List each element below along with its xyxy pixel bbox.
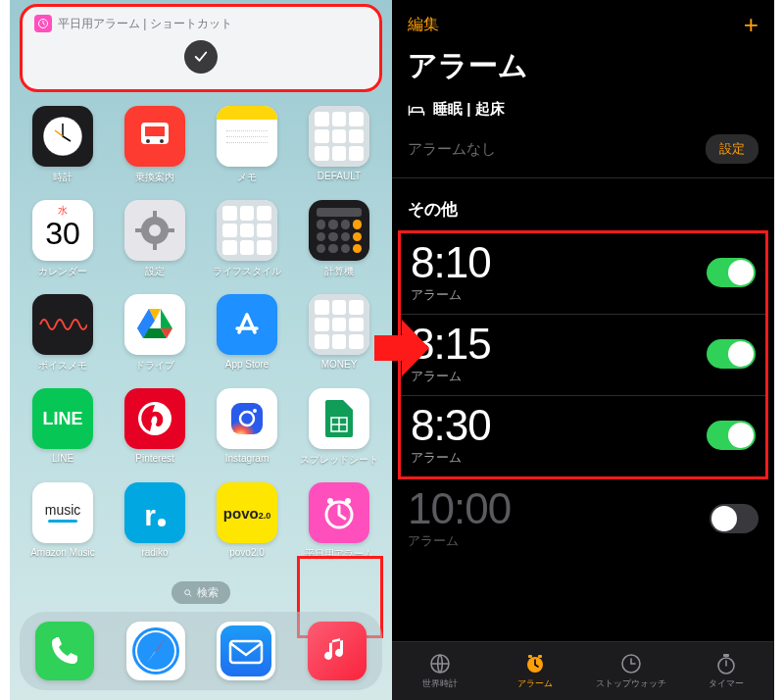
alarm-row[interactable]: 8:30アラーム (401, 396, 765, 476)
add-alarm-button[interactable]: + (744, 10, 759, 40)
arrow-icon (372, 314, 431, 382)
alarm-row[interactable]: 10:00 アラーム (392, 479, 774, 560)
alarm-toggle[interactable] (710, 504, 759, 533)
sleep-section-header: 睡眠 | 起床 (392, 100, 774, 126)
check-icon (184, 40, 218, 74)
svg-rect-27 (220, 625, 271, 676)
alarm-toggle[interactable] (707, 339, 756, 369)
homescreen: 平日用アラーム | ショートカット メッセージ tenki.jp カメラ 写真 … (10, 0, 392, 700)
app-Instagram[interactable]: Instagram (208, 388, 286, 478)
alarm-time: 8:10 (411, 241, 491, 284)
svg-rect-10 (153, 242, 157, 250)
other-section-header: その他 (392, 178, 774, 230)
shortcut-app-icon (34, 15, 52, 32)
svg-point-6 (160, 139, 164, 143)
app-カレンダー[interactable]: 水30カレンダー (24, 200, 102, 290)
alarm-time: 10:00 (408, 487, 511, 530)
app-DEFAULT[interactable]: DEFAULT (300, 106, 378, 196)
search-icon (183, 588, 193, 598)
alarm-toggle[interactable] (707, 421, 756, 450)
svg-rect-11 (135, 228, 143, 232)
app-メモ[interactable]: メモ (208, 106, 286, 196)
app-ドライブ[interactable]: ドライブ (116, 294, 194, 384)
app-ボイスメモ[interactable]: ボイスメモ (24, 294, 102, 384)
svg-rect-9 (153, 211, 157, 219)
svg-point-8 (149, 225, 161, 236)
dock-mail[interactable] (217, 622, 275, 680)
app-App Store[interactable]: App Store (208, 294, 286, 384)
svg-rect-14 (231, 403, 263, 434)
edit-button[interactable]: 編集 (408, 15, 439, 35)
app-Amazon Music[interactable]: musicAmazon Music (24, 482, 102, 573)
bed-icon (408, 103, 425, 117)
app-ライフスタイル[interactable]: ライフスタイル (208, 200, 286, 290)
svg-point-20 (345, 498, 351, 504)
page-title: アラーム (392, 40, 774, 100)
tab-世界時計[interactable]: 世界時計 (392, 642, 488, 700)
tab-bar: 世界時計アラームストップウォッチタイマー (392, 641, 774, 700)
tab-アラーム[interactable]: アラーム (488, 642, 584, 700)
svg-point-19 (327, 498, 333, 504)
svg-point-5 (146, 139, 150, 143)
tab-ストップウォッチ[interactable]: ストップウォッチ (583, 642, 679, 700)
no-alarm-label: アラームなし (408, 140, 496, 159)
alarm-label: アラーム (411, 286, 491, 304)
svg-rect-31 (528, 655, 532, 658)
notification-title: 平日用アラーム | ショートカット (58, 16, 232, 32)
clock-app: 編集 + アラーム 睡眠 | 起床 アラームなし 設定 その他 8:10アラーム… (392, 0, 774, 700)
app-MONEY[interactable]: MONEY (300, 294, 378, 384)
search-pill[interactable]: 検索 (172, 581, 230, 604)
app-Pinterest[interactable]: Pinterest (116, 388, 194, 478)
app-時計[interactable]: 時計 (24, 106, 102, 196)
app-平日用アラーム[interactable]: 平日用アラーム (300, 482, 378, 573)
app-スプレッドシート[interactable]: スプレッドシート (300, 388, 378, 478)
app-計算機[interactable]: 計算機 (300, 200, 378, 290)
shortcut-notification: 平日用アラーム | ショートカット (20, 4, 382, 92)
highlighted-alarm-list: 8:10アラーム8:15アラーム8:30アラーム (398, 230, 768, 479)
svg-point-21 (185, 589, 190, 594)
app-設定[interactable]: 設定 (116, 200, 194, 290)
home-grid: 時計乗換案内メモDEFAULT水30カレンダー設定ライフスタイル計算機ボイスメモ… (24, 106, 378, 577)
dock (20, 612, 382, 690)
alarm-toggle[interactable] (707, 258, 756, 287)
app-乗換案内[interactable]: 乗換案内 (116, 106, 194, 196)
svg-rect-35 (723, 654, 729, 657)
app-povo2.0[interactable]: povo2.0povo2.0 (208, 482, 286, 573)
svg-point-16 (253, 409, 257, 413)
alarm-label: アラーム (411, 449, 491, 467)
app-radiko[interactable]: rradiko (116, 482, 194, 573)
svg-rect-4 (145, 126, 165, 136)
alarm-label: アラーム (408, 532, 511, 550)
alarm-row[interactable]: 8:15アラーム (401, 315, 765, 396)
svg-rect-12 (167, 228, 174, 232)
dock-phone[interactable] (35, 622, 94, 680)
tab-タイマー[interactable]: タイマー (679, 642, 775, 700)
app-LINE[interactable]: LINELINE (24, 388, 102, 478)
sleep-settings-button[interactable]: 設定 (706, 134, 759, 164)
dock-music[interactable] (308, 622, 367, 680)
alarm-time: 8:30 (411, 404, 491, 447)
alarm-row[interactable]: 8:10アラーム (401, 233, 765, 315)
dock-safari[interactable] (126, 622, 185, 680)
svg-rect-32 (538, 655, 542, 658)
